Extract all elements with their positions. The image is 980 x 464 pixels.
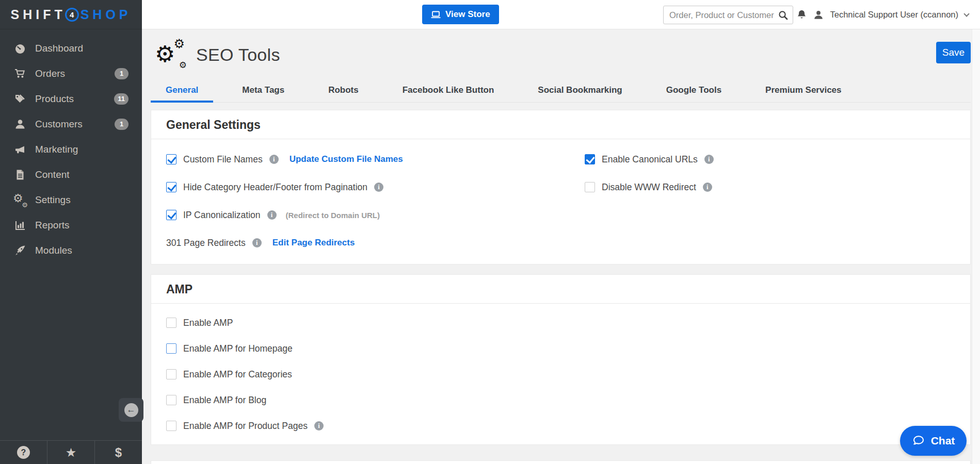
view-store-label: View Store (445, 9, 490, 20)
tab-google-tools[interactable]: Google Tools (651, 80, 736, 103)
laptop-icon (431, 11, 441, 19)
sidebar-item-products[interactable]: Products 11 (0, 86, 142, 111)
shift4shop-logo[interactable]: SHIFT 4 SHOP (0, 0, 142, 29)
info-icon[interactable] (704, 155, 714, 164)
sidebar-item-label: Content (35, 169, 70, 180)
enable-amp-product-pages-row: Enable AMP for Product Pages (151, 413, 970, 439)
enable-amp-homepage-checkbox[interactable] (166, 343, 176, 354)
scrollbar-track[interactable] (972, 29, 980, 464)
logo-text-shift: SHIFT (10, 7, 66, 22)
hide-category-header-row: Hide Category Header/Footer from Paginat… (151, 173, 570, 201)
enable-amp-product-pages-checkbox[interactable] (166, 421, 176, 431)
enable-amp-blog-label: Enable AMP for Blog (183, 395, 266, 406)
amp-card: AMP Enable AMP Enable AMP for Homepage E… (151, 274, 971, 445)
enable-amp-checkbox[interactable] (166, 318, 176, 328)
info-icon[interactable] (252, 238, 262, 247)
tab-facebook-like-button[interactable]: Facebook Like Button (388, 80, 509, 103)
favorites-button[interactable]: ★ (47, 441, 94, 464)
enable-canonical-urls-row: Enable Canonical URLs (570, 145, 970, 173)
megaphone-icon (14, 143, 26, 156)
notifications-bell-icon[interactable] (796, 9, 807, 21)
info-icon[interactable] (703, 183, 712, 192)
bar-chart-icon (14, 219, 26, 231)
logo-circle-icon: 4 (65, 8, 79, 22)
info-icon[interactable] (374, 183, 383, 192)
sidebar-item-dashboard[interactable]: Dashboard (0, 36, 142, 61)
ip-canonicalization-note: (Redirect to Domain URL) (286, 211, 380, 220)
user-menu-label[interactable]: Technical Support User (ccannon) (830, 10, 958, 20)
disable-www-redirect-label: Disable WWW Redirect (602, 182, 696, 193)
empty-cell (570, 201, 970, 229)
update-custom-file-names-link[interactable]: Update Custom File Names (290, 154, 403, 164)
tab-bar: General Meta Tags Robots Facebook Like B… (151, 80, 971, 103)
sidebar-item-customers[interactable]: Customers 1 (0, 111, 142, 137)
sidebar-collapse-button[interactable]: ← (119, 398, 143, 422)
main-content: ⚙⚙⚙ SEO Tools Save General Meta Tags Rob… (142, 29, 980, 464)
tab-robots[interactable]: Robots (313, 80, 374, 103)
general-settings-card: General Settings Custom File Names Updat… (151, 110, 971, 264)
amp-rows: Enable AMP Enable AMP for Homepage Enabl… (151, 304, 970, 439)
view-store-button[interactable]: View Store (422, 5, 499, 24)
tab-meta-tags[interactable]: Meta Tags (227, 80, 299, 103)
save-button[interactable]: Save (936, 42, 971, 63)
account-user-icon[interactable] (813, 10, 824, 20)
custom-file-names-checkbox[interactable] (166, 154, 176, 164)
enable-amp-categories-row: Enable AMP for Categories (151, 361, 970, 387)
global-search (663, 6, 793, 24)
hide-category-header-label: Hide Category Header/Footer from Paginat… (183, 182, 367, 193)
enable-amp-homepage-row: Enable AMP for Homepage (151, 336, 970, 361)
search-icon[interactable] (778, 10, 788, 20)
page-redirects-label: 301 Page Redirects (166, 238, 246, 248)
page-title: SEO Tools (196, 45, 280, 65)
next-section-card (151, 460, 971, 464)
rocket-icon (14, 244, 26, 257)
sidebar-item-reports[interactable]: Reports (0, 212, 142, 238)
sidebar-item-settings[interactable]: ⚙⚙ Settings (0, 187, 142, 212)
sidebar-item-label: Customers (35, 119, 83, 130)
edit-page-redirects-link[interactable]: Edit Page Redirects (272, 238, 355, 248)
sidebar-item-modules[interactable]: Modules (0, 238, 142, 263)
user-area: Technical Support User (ccannon) (796, 0, 969, 29)
enable-amp-label: Enable AMP (183, 318, 233, 328)
page-redirects-row: 301 Page Redirects Edit Page Redirects (151, 229, 570, 257)
ip-canonicalization-row: IP Canonicalization (Redirect to Domain … (151, 201, 570, 229)
dollar-icon: $ (115, 445, 122, 460)
enable-canonical-urls-checkbox[interactable] (585, 154, 595, 164)
hide-category-header-checkbox[interactable] (166, 182, 176, 192)
sidebar-item-orders[interactable]: Orders 1 (0, 61, 142, 86)
sidebar-item-label: Orders (35, 68, 65, 79)
info-icon[interactable] (269, 155, 279, 164)
orders-badge: 1 (115, 68, 128, 79)
tab-general[interactable]: General (151, 80, 213, 103)
amp-heading: AMP (151, 275, 970, 303)
empty-cell (570, 229, 970, 257)
custom-file-names-row: Custom File Names Update Custom File Nam… (151, 145, 570, 173)
info-icon[interactable] (314, 421, 324, 430)
sidebar-item-marketing[interactable]: Marketing (0, 137, 142, 162)
disable-www-redirect-checkbox[interactable] (585, 182, 595, 192)
billing-button[interactable]: $ (94, 441, 142, 464)
star-icon: ★ (66, 446, 77, 459)
sidebar-item-content[interactable]: Content (0, 162, 142, 187)
sidebar-menu: Dashboard Orders 1 Products 11 Customers… (0, 29, 142, 263)
enable-amp-blog-checkbox[interactable] (166, 395, 176, 405)
search-input[interactable] (669, 10, 778, 20)
help-button[interactable]: ? (0, 441, 47, 464)
products-badge: 11 (114, 93, 128, 105)
custom-file-names-label: Custom File Names (183, 154, 263, 165)
ip-canonicalization-checkbox[interactable] (166, 210, 176, 220)
chevron-down-icon[interactable] (963, 11, 969, 16)
tab-social-bookmarking[interactable]: Social Bookmarking (523, 80, 637, 103)
info-icon[interactable] (267, 210, 277, 220)
chat-button[interactable]: Chat (900, 426, 967, 456)
ip-canonicalization-label: IP Canonicalization (183, 210, 261, 221)
customers-badge: 1 (115, 119, 128, 130)
topbar: View Store Technical Support User (ccann… (142, 0, 980, 29)
enable-amp-categories-checkbox[interactable] (166, 369, 176, 379)
chat-label: Chat (931, 435, 955, 447)
sidebar-item-label: Marketing (35, 144, 78, 155)
logo-text-shop: SHOP (81, 7, 132, 22)
document-icon (14, 169, 26, 181)
tab-premium-services[interactable]: Premium Services (750, 80, 856, 103)
enable-amp-blog-row: Enable AMP for Blog (151, 387, 970, 413)
